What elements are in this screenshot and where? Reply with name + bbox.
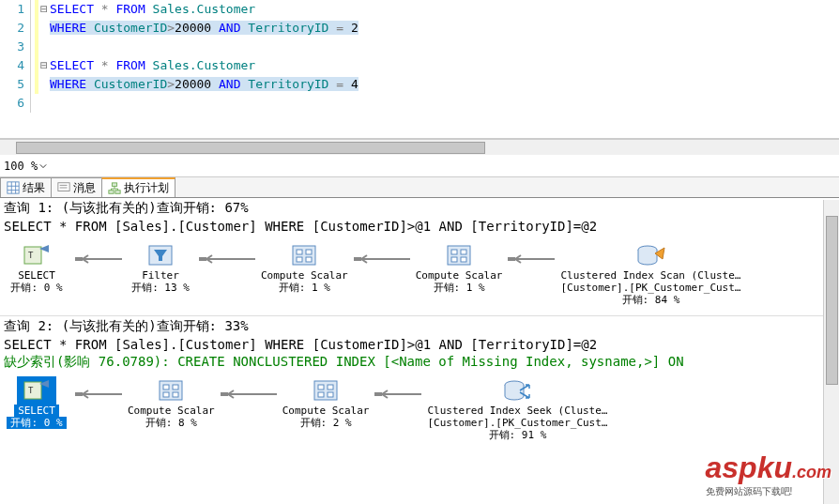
- plan-node-filter[interactable]: Filter开销: 13 %: [128, 241, 193, 294]
- svg-rect-34: [163, 392, 169, 397]
- plan-node-compute-scalar[interactable]: Compute Scalar开销: 2 %: [282, 376, 370, 429]
- filter-icon: [146, 242, 175, 268]
- svg-rect-26: [451, 257, 457, 262]
- plan-node-index-scan[interactable]: Clustered Index Scan (Cluste…[Customer].…: [560, 241, 740, 306]
- svg-rect-39: [318, 392, 324, 397]
- message-icon: [57, 181, 70, 194]
- svg-rect-0: [8, 182, 19, 193]
- select-icon: T: [23, 243, 51, 267]
- tab-execution-plan[interactable]: 执行计划: [101, 177, 175, 197]
- svg-rect-33: [173, 385, 178, 389]
- plan-node-select[interactable]: T SELECT开销: 0 %: [4, 376, 69, 429]
- plan-arrow: [69, 254, 128, 264]
- plan-node-compute-scalar[interactable]: Compute Scalar开销: 1 %: [261, 241, 348, 294]
- chevron-down-icon[interactable]: [39, 162, 47, 170]
- watermark: aspku.com 免费网站源码下载吧!: [706, 451, 832, 498]
- compute-scalar-icon: [157, 377, 185, 404]
- index-seek-icon: [501, 377, 533, 404]
- svg-rect-19: [297, 250, 302, 254]
- plan-arrow: [215, 389, 282, 399]
- tab-results[interactable]: 结果: [0, 177, 52, 197]
- horizontal-scrollbar[interactable]: [0, 139, 839, 155]
- select-icon: T: [23, 378, 51, 403]
- svg-rect-25: [461, 250, 466, 254]
- svg-rect-40: [328, 392, 333, 397]
- query1-plan-row: T SELECT开销: 0 % Filter开销: 13 % Compute S…: [0, 236, 839, 316]
- svg-rect-22: [306, 257, 312, 262]
- tab-messages[interactable]: 消息: [51, 177, 102, 197]
- plan-node-compute-scalar[interactable]: Compute Scalar开销: 8 %: [128, 376, 215, 429]
- svg-rect-24: [451, 250, 457, 254]
- sql-editor[interactable]: 123 456 ⊟SELECT * FROM Sales.Customer WH…: [0, 0, 839, 139]
- plan-node-index-seek[interactable]: Clustered Index Seek (Cluste…[Customer].…: [427, 376, 607, 441]
- svg-text:T: T: [28, 386, 34, 395]
- code-area[interactable]: ⊟SELECT * FROM Sales.Customer WHERE Cust…: [30, 0, 839, 113]
- plan-arrow: [502, 254, 560, 264]
- compute-scalar-icon: [445, 242, 473, 268]
- svg-rect-20: [306, 250, 312, 254]
- fold-icon[interactable]: ⊟: [38, 56, 50, 75]
- svg-rect-32: [163, 385, 169, 389]
- vertical-scrollbar[interactable]: [823, 200, 839, 504]
- query1-header: 查询 1: (与该批有关的)查询开销: 67%: [0, 198, 839, 219]
- zoom-control[interactable]: 100 %: [0, 155, 839, 177]
- svg-rect-21: [297, 257, 302, 262]
- plan-node-select[interactable]: T SELECT开销: 0 %: [4, 241, 69, 294]
- fold-icon[interactable]: ⊟: [38, 0, 50, 19]
- execution-plan-pane[interactable]: 查询 1: (与该批有关的)查询开销: 67% SELECT * FROM [S…: [0, 198, 839, 451]
- query2-header: 查询 2: (与该批有关的)查询开销: 33%: [0, 316, 839, 337]
- plan-arrow: [348, 254, 416, 264]
- plan-arrow: [369, 389, 427, 399]
- query2-sql: SELECT * FROM [Sales].[Customer] WHERE […: [0, 337, 839, 354]
- svg-text:T: T: [28, 251, 34, 260]
- svg-rect-35: [173, 392, 178, 397]
- plan-arrow: [193, 254, 261, 264]
- query1-sql: SELECT * FROM [Sales].[Customer] WHERE […: [0, 219, 839, 236]
- svg-rect-27: [461, 257, 466, 262]
- plan-icon: [108, 182, 121, 195]
- svg-rect-10: [115, 190, 120, 193]
- compute-scalar-icon: [290, 242, 318, 268]
- plan-arrow: [69, 389, 128, 399]
- index-scan-icon: [634, 242, 666, 268]
- svg-rect-8: [112, 182, 116, 186]
- compute-scalar-icon: [312, 377, 340, 404]
- plan-node-compute-scalar[interactable]: Compute Scalar开销: 1 %: [416, 241, 503, 294]
- svg-rect-5: [58, 183, 69, 191]
- svg-rect-37: [318, 385, 324, 389]
- query2-plan-row: T SELECT开销: 0 % Compute Scalar开销: 8 % Co…: [0, 371, 839, 451]
- svg-rect-38: [328, 385, 333, 389]
- line-gutter: 123 456: [0, 0, 30, 113]
- results-tabs: 结果 消息 执行计划: [0, 177, 839, 198]
- svg-rect-9: [109, 190, 114, 193]
- missing-index-hint[interactable]: 缺少索引(影响 76.0789): CREATE NONCLUSTERED IN…: [0, 354, 839, 371]
- grid-icon: [7, 181, 20, 194]
